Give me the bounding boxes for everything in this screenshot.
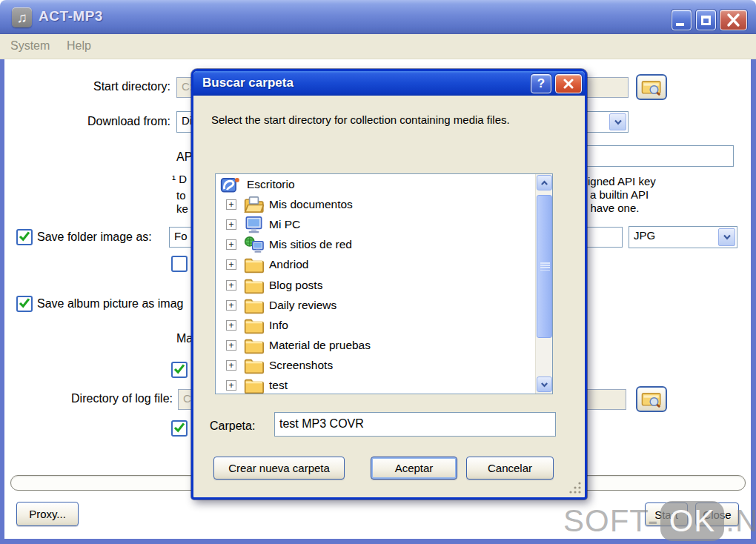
close-button[interactable] bbox=[720, 10, 747, 30]
maximize-button[interactable] bbox=[696, 10, 716, 30]
carpeta-label: Carpeta: bbox=[210, 419, 255, 433]
proxy-button[interactable]: Proxy... bbox=[16, 502, 79, 526]
check-icon bbox=[18, 297, 31, 309]
tree-item[interactable]: +Blog posts bbox=[216, 275, 552, 295]
tree-item-label: Screenshots bbox=[269, 359, 333, 372]
buscar-carpeta-dialog: Buscar carpeta ? Select the start direct… bbox=[191, 69, 587, 500]
expand-plus-icon[interactable]: + bbox=[226, 340, 236, 351]
unchecked-checkbox[interactable] bbox=[171, 256, 188, 272]
window-title: ACT-MP3 bbox=[39, 8, 103, 24]
folder-icon bbox=[244, 337, 264, 354]
save-album-picture-label: Save album picture as imag bbox=[37, 297, 183, 311]
browse-start-directory-button[interactable] bbox=[636, 74, 667, 100]
image-format-combo[interactable]: JPG bbox=[629, 226, 737, 248]
dialog-message: Select the start directory for collectio… bbox=[211, 113, 517, 127]
scrollbar-thumb[interactable] bbox=[537, 195, 552, 338]
expand-plus-icon[interactable]: + bbox=[226, 360, 236, 371]
check-icon bbox=[18, 230, 31, 242]
expand-plus-icon[interactable]: + bbox=[226, 380, 236, 391]
tree-item[interactable]: +Screenshots bbox=[216, 356, 552, 376]
chevron-down-icon[interactable] bbox=[718, 228, 735, 246]
scroll-down-button[interactable] bbox=[537, 377, 552, 392]
chevron-up-icon bbox=[540, 180, 548, 186]
save-folder-image-checkbox[interactable] bbox=[16, 229, 33, 245]
check-icon bbox=[173, 422, 186, 434]
api-note-right-3: u have one. bbox=[581, 202, 639, 214]
window-frame-left bbox=[0, 59, 4, 544]
music-note-icon: ♫ bbox=[12, 7, 32, 27]
tree-item-label: Mis documentos bbox=[269, 198, 353, 211]
expand-plus-icon[interactable]: + bbox=[226, 320, 236, 331]
tree-item-label: Andriod bbox=[269, 258, 308, 271]
api-note-left-2: to bbox=[176, 189, 186, 202]
carpeta-input[interactable]: test MP3 COVR bbox=[274, 412, 556, 437]
close-icon bbox=[562, 78, 575, 90]
act-mp3-window: ♫ ACT-MP3 System Help Start directory: C… bbox=[0, 0, 756, 544]
cancel-button[interactable]: Cancelar bbox=[466, 457, 554, 480]
api-key-label-fragment: AP bbox=[176, 150, 192, 164]
minimize-button[interactable] bbox=[672, 10, 692, 30]
option-checkbox-2[interactable] bbox=[171, 420, 188, 437]
tree-item-label: Info bbox=[269, 319, 288, 332]
minimize-icon bbox=[676, 23, 684, 26]
expand-plus-icon[interactable]: + bbox=[226, 280, 236, 291]
chevron-down-icon bbox=[540, 382, 548, 388]
desktop-icon bbox=[220, 176, 240, 193]
folder-icon bbox=[244, 297, 264, 314]
network-icon bbox=[244, 236, 264, 253]
maximize-icon bbox=[701, 16, 711, 25]
expand-plus-icon[interactable]: + bbox=[226, 259, 236, 270]
tree-item-label: test bbox=[269, 379, 288, 392]
dialog-title: Buscar carpeta bbox=[202, 76, 294, 90]
expand-plus-icon[interactable]: + bbox=[226, 300, 236, 311]
tree-item[interactable]: +Material de pruebas bbox=[216, 336, 552, 356]
folder-icon bbox=[244, 377, 264, 394]
watermark-prefix: SOFT- bbox=[563, 503, 659, 539]
browse-log-directory-button[interactable] bbox=[636, 386, 667, 412]
tree-item-label: Mi PC bbox=[269, 218, 300, 231]
folder-search-icon bbox=[641, 391, 662, 408]
dialog-help-button[interactable]: ? bbox=[531, 74, 551, 93]
tree-item[interactable]: +Andriod bbox=[216, 255, 552, 275]
documents-folder-icon bbox=[244, 196, 264, 213]
tree-item[interactable]: +test bbox=[216, 376, 552, 394]
check-icon bbox=[173, 363, 186, 375]
tree-item[interactable]: +Info bbox=[216, 315, 552, 335]
menubar: System Help bbox=[0, 34, 756, 59]
watermark-ok-badge: OK bbox=[660, 501, 725, 541]
folder-search-icon bbox=[641, 79, 662, 96]
api-note-right-2: a builtin API bbox=[590, 188, 649, 201]
watermark-suffix: .NET bbox=[726, 503, 756, 539]
log-file-directory-label: Directory of log file: bbox=[30, 392, 173, 405]
folder-icon bbox=[244, 357, 264, 374]
menu-help[interactable]: Help bbox=[67, 39, 91, 53]
thumb-grip-icon bbox=[540, 262, 550, 271]
api-note-left-3: ke bbox=[176, 202, 188, 215]
chevron-down-icon[interactable] bbox=[609, 113, 626, 130]
tree-item[interactable]: +Daily reviews bbox=[216, 295, 552, 315]
expand-plus-icon[interactable]: + bbox=[226, 219, 236, 230]
tree-item[interactable]: Escritorio bbox=[216, 174, 552, 194]
window-frame-right bbox=[751, 59, 756, 544]
tree-item[interactable]: +Mis sitios de red bbox=[216, 235, 552, 255]
create-folder-button[interactable]: Crear nueva carpeta bbox=[213, 457, 345, 480]
soft-ok-net-watermark: SOFT- OK .NET bbox=[563, 501, 756, 541]
expand-plus-icon[interactable]: + bbox=[226, 199, 236, 210]
tree-item[interactable]: +Mi PC bbox=[216, 214, 552, 234]
save-album-picture-checkbox[interactable] bbox=[16, 296, 33, 312]
api-note-right-1: igned API key bbox=[588, 175, 656, 188]
tree-scrollbar[interactable] bbox=[535, 174, 552, 394]
main-titlebar: ♫ ACT-MP3 bbox=[0, 0, 756, 34]
tree-item[interactable]: +Mis documentos bbox=[216, 194, 552, 214]
scroll-up-button[interactable] bbox=[537, 175, 552, 190]
dialog-close-button[interactable] bbox=[555, 74, 582, 93]
folder-tree[interactable]: Escritorio+Mis documentos+Mi PC+Mis siti… bbox=[215, 173, 553, 394]
computer-icon bbox=[244, 216, 264, 233]
menu-system[interactable]: System bbox=[10, 39, 50, 53]
dialog-titlebar[interactable]: Buscar carpeta ? bbox=[193, 71, 585, 96]
resize-grip-icon[interactable] bbox=[568, 480, 582, 494]
option-checkbox-1[interactable] bbox=[171, 362, 188, 378]
accept-button[interactable]: Aceptar bbox=[371, 457, 457, 480]
folder-icon bbox=[244, 317, 264, 334]
expand-plus-icon[interactable]: + bbox=[226, 239, 236, 250]
